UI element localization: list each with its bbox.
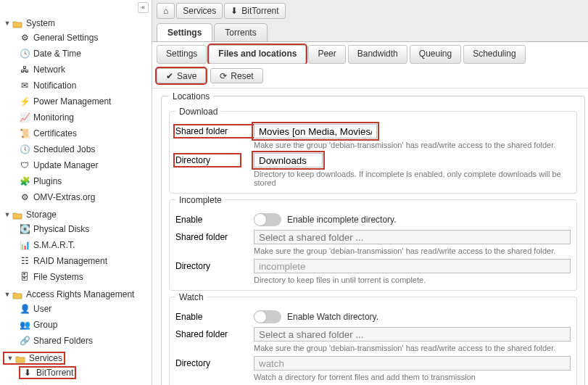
fieldset-locations: Locations Download Shared folder Make su… [161,96,585,385]
fieldset-incomplete: Incomplete Enable Enable incomplete dire… [169,199,577,291]
tree-label: Access Rights Management [26,289,134,299]
tree-label: Update Manager [33,160,98,170]
subtab-queuing[interactable]: Queuing [410,45,461,64]
tab-label: Torrents [225,28,256,38]
help-shared: Make sure the group 'debian-transmission… [254,141,571,149]
tree-label: User [33,304,51,314]
tree-notification[interactable]: ✉Notification [19,79,76,92]
help-incomplete-shared: Make sure the group 'debian-transmission… [254,247,571,255]
input-watch-shared[interactable] [254,327,571,341]
label-shared-folder-2: Shared folder [175,232,254,242]
disk-icon: 💽 [19,224,30,234]
legend-download: Download [175,107,221,117]
tree-label: Certificates [33,128,77,138]
tree-omv[interactable]: ⚙OMV-Extras.org [19,191,95,204]
share-icon: 🔗 [19,336,30,346]
toggle-watch-label: Enable Watch directory. [287,312,378,322]
network-icon: 🖧 [19,65,30,75]
input-incomplete-dir[interactable] [254,259,571,273]
help-directory: Directory to keep downloads. If incomple… [254,170,571,187]
tree-certs[interactable]: 📜Certificates [19,127,77,140]
tree-label: File Systems [33,272,83,282]
toggle-watch[interactable] [254,310,281,323]
subtab-bandwidth[interactable]: Bandwidth [348,45,407,64]
fs-icon: 🗄 [19,272,30,282]
breadcrumb-label: BitTorrent [241,6,278,16]
label-directory: Directory [175,155,239,165]
tree-label: Power Management [33,96,111,107]
sidebar: « ▼ System ⚙General Settings 🕓Date & Tim… [0,0,152,385]
tree-raid[interactable]: ☷RAID Management [19,254,107,268]
label-watch-shared: Shared folder [175,329,254,339]
tree-system[interactable]: ▼ System [3,17,55,30]
tree-smart[interactable]: 📊S.M.A.R.T. [19,239,75,252]
plugin-icon: 🧩 [19,176,30,186]
button-label: Save [177,71,196,81]
save-button[interactable]: ✔Save [157,68,206,83]
collapse-sidebar-button[interactable]: « [138,2,149,13]
subtab-settings[interactable]: Settings [157,45,207,64]
help-watch-dir: Watch a directory for torrent files and … [254,373,571,381]
tree-label: Scheduled Jobs [33,144,95,154]
gear-icon: ⚙ [19,33,30,43]
bt-icon: ⬇ [231,6,238,16]
subtab-peer[interactable]: Peer [308,45,345,64]
toggle-incomplete[interactable] [254,213,281,226]
tree-shared[interactable]: 🔗Shared Folders [19,334,93,347]
tree-label: Group [33,320,57,330]
tree-plugins[interactable]: 🧩Plugins [19,175,62,188]
tree-label: RAID Management [33,256,107,266]
tree-label: Shared Folders [33,336,93,346]
input-shared-folder[interactable] [254,124,377,138]
label-watch-dir: Directory [175,358,254,368]
tree-label: S.M.A.R.T. [33,240,75,250]
tree-power[interactable]: ⚡Power Management [19,95,111,108]
tree-monitoring[interactable]: 📈Monitoring [19,111,74,124]
tree-label: Notification [33,80,76,91]
tabbar-sub: Settings Files and locations Peer Bandwi… [152,42,588,64]
tree-disks[interactable]: 💽Physical Disks [19,223,89,236]
reset-button[interactable]: ⟳Reset [210,68,262,83]
tree-sched[interactable]: 🕔Scheduled Jobs [19,143,95,156]
toggle-label: Enable incomplete directory. [287,215,397,225]
legend-watch: Watch [175,292,207,302]
input-watch-dir[interactable] [254,356,571,370]
tree-general-settings[interactable]: ⚙General Settings [19,31,98,44]
tree-label: Network [33,65,65,75]
subtab-files[interactable]: Files and locations [209,45,306,64]
tree-network[interactable]: 🖧Network [19,63,65,76]
tree-storage[interactable]: ▼ Storage [3,208,57,221]
tree-fs[interactable]: 🗄File Systems [19,270,83,283]
tree-group[interactable]: 👥Group [19,318,57,331]
tree-label: OMV-Extras.org [33,192,95,202]
tree-label: Monitoring [33,112,74,123]
breadcrumb-bittorrent[interactable]: ⬇BitTorrent [224,3,285,19]
tree-services[interactable]: ▼ Services [3,352,65,365]
tree-bittorrent[interactable]: ⬇BitTorrent [19,366,76,379]
folder-icon [12,289,23,299]
cert-icon: 📜 [19,128,30,138]
home-icon: ⌂ [163,6,168,16]
breadcrumb-home[interactable]: ⌂ [157,3,175,19]
tree-arm[interactable]: ▼ Access Rights Management [3,288,134,301]
tree-update[interactable]: 🛡Update Manager [19,159,98,172]
mail-icon: ✉ [19,80,30,91]
tab-torrents[interactable]: Torrents [214,23,267,41]
tree-label: System [26,18,55,28]
nav-tree: ▼ System ⚙General Settings 🕓Date & Time … [0,15,152,385]
tree-user[interactable]: 👤User [19,302,51,315]
tree-dlna[interactable]: 📺DLNA [19,382,57,385]
refresh-icon: ⟳ [220,71,227,81]
input-incomplete-shared[interactable] [254,230,571,244]
toolbar: ✔Save ⟳Reset [152,64,588,88]
tab-settings[interactable]: Settings [157,23,212,41]
input-directory[interactable] [254,153,323,167]
tree-date-time[interactable]: 🕓Date & Time [19,47,81,60]
breadcrumb-services[interactable]: Services [176,3,223,19]
tab-label: Settings [167,28,202,38]
tree-label: Date & Time [33,49,81,59]
subtab-scheduling[interactable]: Scheduling [463,45,525,64]
tree-label: Physical Disks [33,224,89,234]
label-enable-watch: Enable [175,312,254,322]
fieldset-watch: Watch Enable Enable Watch directory. Sha… [169,297,577,385]
